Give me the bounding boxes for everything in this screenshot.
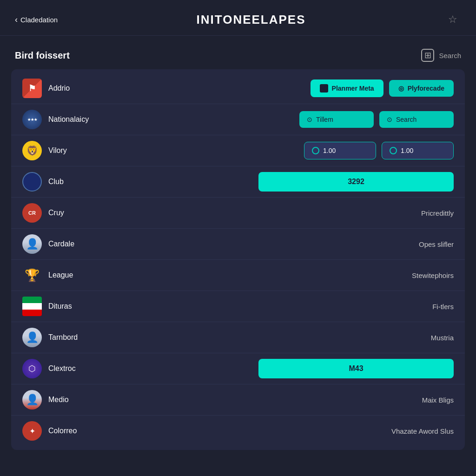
row-right: M43 xyxy=(152,359,454,378)
row-right: 1.001.00 xyxy=(152,142,454,159)
back-button[interactable]: ‹ Cladedation xyxy=(15,15,58,25)
pin-icon: ◎ xyxy=(398,85,404,92)
number-field-2[interactable]: 1.00 xyxy=(382,142,454,159)
row-left: 👤Tarnbord xyxy=(22,328,152,347)
table-row: ⬡ClextrocM43 xyxy=(11,353,465,384)
row-left: 🏆League xyxy=(22,265,152,285)
wide-teal-value[interactable]: 3292 xyxy=(258,172,454,192)
location-icon: ⊙ xyxy=(307,116,312,123)
row-value: Pricredittly xyxy=(421,209,454,217)
row-right: Vhazate Aword Slus xyxy=(152,427,454,435)
row-label: Tarnbord xyxy=(48,333,78,342)
row-icon: ★★★ xyxy=(22,110,42,129)
row-icon: CR xyxy=(22,203,42,223)
row-icon: ⬡ xyxy=(22,359,42,378)
location-icon-2: ⊙ xyxy=(387,116,392,123)
row-value: Stewitephoirs xyxy=(412,271,454,279)
row-value: Mustria xyxy=(431,334,454,342)
row-label: Cruy xyxy=(48,209,64,217)
row-right: 3292 xyxy=(152,172,454,192)
row-left: 👤Cardale xyxy=(22,234,152,254)
row-icon: 👤 xyxy=(22,328,42,347)
number-field-1[interactable]: 1.00 xyxy=(304,142,376,159)
row-icon: 🦁 xyxy=(22,141,42,160)
header: ‹ Cladedation INITONEELAPES ☆ xyxy=(0,0,476,36)
row-label: Club xyxy=(48,178,64,186)
row-right: Pricredittly xyxy=(152,209,454,217)
row-left: 🦁Vilory xyxy=(22,141,152,160)
add-icon[interactable]: ⊞ xyxy=(421,49,434,62)
tillem-field[interactable]: ⊙Tillem xyxy=(299,111,374,128)
row-right: Opes slifler xyxy=(152,240,454,248)
row-icon: 🏆 xyxy=(22,265,42,285)
row-right: Fi-tlers xyxy=(152,303,454,311)
row-right: Stewitephoirs xyxy=(152,271,454,279)
row-left: Dituras xyxy=(22,297,152,316)
section-header: Bird foissert ⊞ Search xyxy=(0,36,476,69)
row-right: ✓Planmer Meta◎Plyforecade xyxy=(152,79,454,97)
table-row: ✦ColorreoVhazate Aword Slus xyxy=(11,416,465,446)
circle-icon-1 xyxy=(312,147,319,154)
row-label: Dituras xyxy=(48,302,72,311)
row-value: Maix Bligs xyxy=(422,396,454,404)
star-icon: ☆ xyxy=(448,13,457,26)
section-actions[interactable]: ⊞ Search xyxy=(421,49,461,62)
table-row: ★★★Nationalaicy⊙Tillem⊙Search xyxy=(11,104,465,135)
plyforecade-button[interactable]: ◎Plyforecade xyxy=(389,80,454,97)
section-title: Bird foissert xyxy=(15,50,70,61)
table-row: 👤CardaleOpes slifler xyxy=(11,229,465,260)
row-icon: ⚑ xyxy=(22,79,42,98)
table-row: 🏆LeagueStewitephoirs xyxy=(11,260,465,291)
search-field[interactable]: ⊙Search xyxy=(379,111,454,128)
row-icon xyxy=(22,297,42,316)
row-icon: 👤 xyxy=(22,234,42,254)
row-label: League xyxy=(48,271,73,279)
row-left: 👤Medio xyxy=(22,390,152,410)
row-label: Clextroc xyxy=(48,364,76,373)
row-label: Medio xyxy=(48,396,69,404)
table-row: CRCruyPricredittly xyxy=(11,198,465,229)
table-row: Club3292 xyxy=(11,166,465,198)
row-label: Nationalaicy xyxy=(48,115,89,124)
checkbox-icon: ✓ xyxy=(320,84,328,93)
circle-icon-2 xyxy=(390,147,397,154)
table-row: ⚑Addrio✓Planmer Meta◎Plyforecade xyxy=(11,73,465,104)
table-row: 👤MedioMaix Bligs xyxy=(11,384,465,416)
row-label: Vilory xyxy=(48,146,67,155)
row-value: Fi-tlers xyxy=(432,303,454,311)
row-label: Colorreo xyxy=(48,427,77,435)
row-icon: 👤 xyxy=(22,390,42,410)
table-row: DiturasFi-tlers xyxy=(11,291,465,322)
row-right: ⊙Tillem⊙Search xyxy=(152,111,454,128)
wide-teal-value[interactable]: M43 xyxy=(258,359,454,378)
chevron-left-icon: ‹ xyxy=(15,15,18,25)
row-left: ⚑Addrio xyxy=(22,79,152,98)
page-title: INITONEELAPES xyxy=(197,13,306,27)
table-row: 👤TarnbordMustria xyxy=(11,322,465,353)
row-value: Vhazate Aword Slus xyxy=(391,427,454,435)
planmer-meta-button[interactable]: ✓Planmer Meta xyxy=(311,79,383,97)
row-label: Addrio xyxy=(48,84,70,93)
main-table: ⚑Addrio✓Planmer Meta◎Plyforecade★★★Natio… xyxy=(11,69,465,450)
row-label: Cardale xyxy=(48,240,74,248)
row-right: Maix Bligs xyxy=(152,396,454,404)
row-right: Mustria xyxy=(152,334,454,342)
row-icon: ✦ xyxy=(22,421,42,441)
row-icon xyxy=(22,172,42,192)
row-left: CRCruy xyxy=(22,203,152,223)
row-left: ★★★Nationalaicy xyxy=(22,110,152,129)
search-label: Search xyxy=(439,52,461,60)
back-label: Cladedation xyxy=(20,16,58,24)
star-button[interactable]: ☆ xyxy=(444,11,461,28)
row-left: Club xyxy=(22,172,152,192)
row-left: ✦Colorreo xyxy=(22,421,152,441)
row-left: ⬡Clextroc xyxy=(22,359,152,378)
row-value: Opes slifler xyxy=(419,240,454,248)
table-row: 🦁Vilory1.001.00 xyxy=(11,135,465,166)
